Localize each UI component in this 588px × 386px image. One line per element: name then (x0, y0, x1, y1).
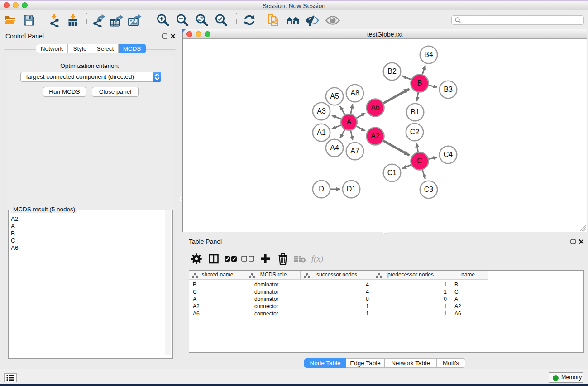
svg-text:A: A (347, 118, 352, 126)
svg-text:B: B (417, 79, 422, 87)
svg-text:A6: A6 (371, 104, 380, 111)
svg-text:B1: B1 (411, 108, 420, 116)
svg-text:A2: A2 (371, 132, 380, 140)
svg-text:D1: D1 (347, 185, 356, 193)
svg-text:A7: A7 (350, 147, 359, 155)
svg-text:B4: B4 (424, 51, 433, 58)
svg-text:C4: C4 (444, 151, 453, 158)
svg-text:B3: B3 (444, 86, 453, 93)
svg-text:C1: C1 (387, 169, 397, 176)
svg-text:C: C (417, 157, 422, 165)
svg-text:D: D (319, 185, 324, 193)
svg-text:C2: C2 (410, 128, 420, 136)
svg-text:C3: C3 (424, 186, 434, 193)
svg-text:A1: A1 (317, 129, 326, 136)
svg-text:B2: B2 (387, 67, 397, 75)
svg-text:A4: A4 (330, 144, 339, 152)
svg-text:A3: A3 (317, 107, 326, 115)
svg-text:A5: A5 (330, 92, 339, 100)
svg-text:A8: A8 (350, 89, 359, 97)
